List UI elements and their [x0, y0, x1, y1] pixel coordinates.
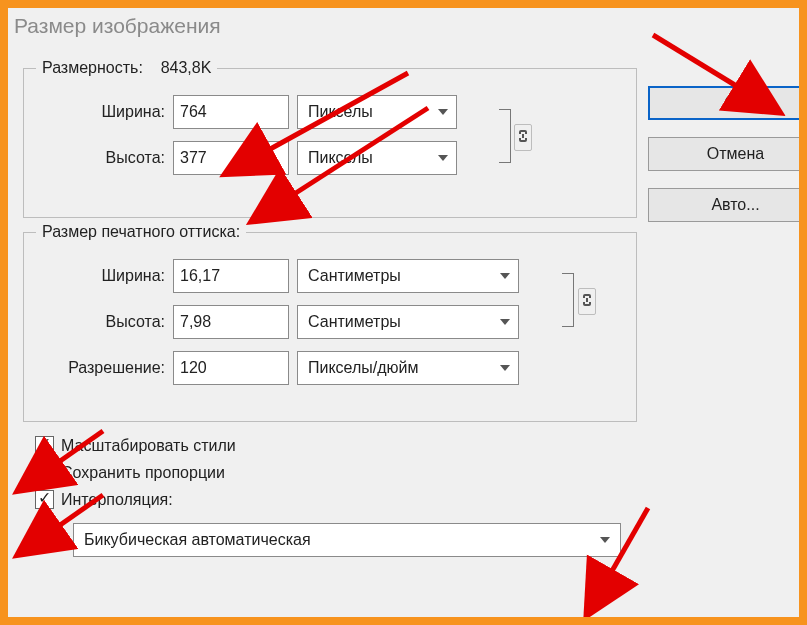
- svg-line-2: [653, 35, 743, 90]
- ok-button-label: ОК: [725, 94, 747, 112]
- pixel-height-label: Высота:: [38, 149, 173, 167]
- chevron-down-icon: [438, 155, 448, 161]
- pixel-width-unit-label: Пикселы: [308, 103, 373, 121]
- document-size-group: Размер печатного оттиска: Ширина: Сантим…: [23, 232, 637, 422]
- scale-styles-row: Масштабировать стили: [35, 436, 639, 455]
- chevron-down-icon: [600, 537, 610, 543]
- doc-height-row: Высота: Сантиметры: [38, 305, 622, 339]
- dialog-title: Размер изображения: [14, 14, 221, 38]
- pixel-height-row: Высота: Пикселы: [38, 141, 622, 175]
- pixel-width-label: Ширина:: [38, 103, 173, 121]
- image-size-dialog: Размер изображения ОК Отмена Авто... Раз…: [0, 0, 807, 625]
- constrain-proportions-row: Сохранить пропорции: [35, 463, 639, 482]
- pixel-width-unit-combo[interactable]: Пикселы: [297, 95, 457, 129]
- pixel-dimensions-legend: Размерность: 843,8K: [36, 57, 217, 79]
- scale-styles-label: Масштабировать стили: [61, 437, 236, 455]
- resolution-input[interactable]: [173, 351, 289, 385]
- link-icon[interactable]: [578, 288, 596, 315]
- interpolation-selected: Бикубическая автоматическая: [84, 531, 311, 549]
- doc-height-input[interactable]: [173, 305, 289, 339]
- doc-width-row: Ширина: Сантиметры: [38, 259, 622, 293]
- doc-width-input[interactable]: [173, 259, 289, 293]
- chevron-down-icon: [500, 319, 510, 325]
- resample-row: Интерполяция:: [35, 490, 639, 509]
- content-area: Размерность: 843,8K Ширина: Пикселы Высо…: [21, 68, 639, 625]
- resample-label: Интерполяция:: [61, 491, 173, 509]
- resolution-row: Разрешение: Пикселы/дюйм: [38, 351, 622, 385]
- doc-height-label: Высота:: [38, 313, 173, 331]
- cancel-button[interactable]: Отмена: [648, 137, 807, 171]
- constrain-proportions-label: Сохранить пропорции: [61, 464, 225, 482]
- pixel-height-input[interactable]: [173, 141, 289, 175]
- pixel-dimensions-group: Размерность: 843,8K Ширина: Пикселы Высо…: [23, 68, 637, 218]
- constrain-proportions-checkbox[interactable]: [35, 463, 54, 482]
- pixel-width-input[interactable]: [173, 95, 289, 129]
- legend-prefix: Размерность:: [42, 59, 143, 76]
- document-size-legend: Размер печатного оттиска:: [36, 221, 246, 243]
- resolution-unit-combo[interactable]: Пикселы/дюйм: [297, 351, 519, 385]
- resolution-label: Разрешение:: [38, 359, 173, 377]
- pixel-height-unit-combo[interactable]: Пикселы: [297, 141, 457, 175]
- chevron-down-icon: [500, 273, 510, 279]
- doc-width-label: Ширина:: [38, 267, 173, 285]
- auto-button[interactable]: Авто...: [648, 188, 807, 222]
- dialog-buttons: ОК Отмена Авто...: [648, 86, 807, 222]
- doc-width-unit-combo[interactable]: Сантиметры: [297, 259, 519, 293]
- link-bracket: [499, 109, 511, 163]
- link-icon[interactable]: [514, 124, 532, 151]
- resample-checkbox[interactable]: [35, 490, 54, 509]
- ok-button[interactable]: ОК: [648, 86, 807, 120]
- chevron-down-icon: [438, 109, 448, 115]
- file-size: 843,8K: [161, 59, 212, 76]
- link-bracket: [562, 273, 574, 327]
- scale-styles-checkbox[interactable]: [35, 436, 54, 455]
- doc-height-unit-label: Сантиметры: [308, 313, 401, 331]
- interpolation-combo[interactable]: Бикубическая автоматическая: [73, 523, 621, 557]
- pixel-height-unit-label: Пикселы: [308, 149, 373, 167]
- pixel-width-row: Ширина: Пикселы: [38, 95, 622, 129]
- doc-width-unit-label: Сантиметры: [308, 267, 401, 285]
- auto-button-label: Авто...: [711, 196, 759, 214]
- resolution-unit-label: Пикселы/дюйм: [308, 359, 419, 377]
- chevron-down-icon: [500, 365, 510, 371]
- cancel-button-label: Отмена: [707, 145, 764, 163]
- doc-height-unit-combo[interactable]: Сантиметры: [297, 305, 519, 339]
